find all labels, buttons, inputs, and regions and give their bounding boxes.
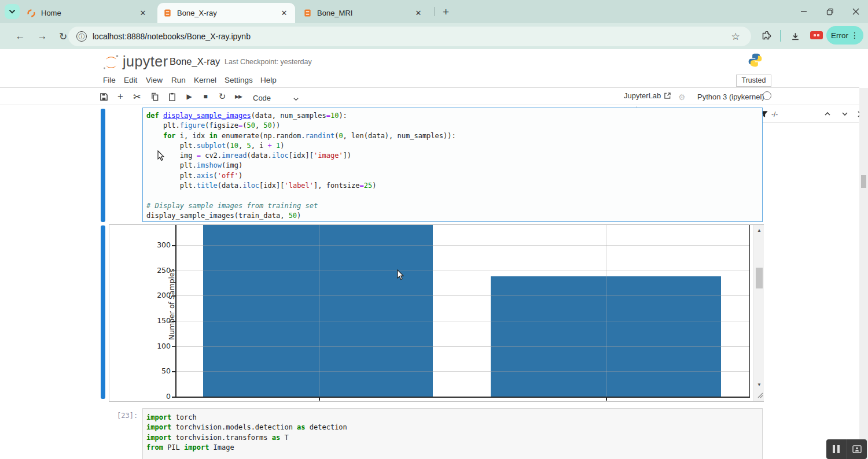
find-next-button[interactable]: [841, 110, 849, 120]
tab-divider: [434, 7, 435, 16]
bookmark-star-icon[interactable]: ☆: [729, 30, 742, 43]
notebook-title[interactable]: Bone_X-ray: [170, 56, 220, 67]
code-line: plt.imshow(img): [146, 161, 762, 171]
jupyterlab-link-label: JupyterLab: [624, 91, 661, 100]
menu-bar: File Edit View Run Kernel Settings Help: [0, 73, 859, 88]
code-cell-editor[interactable]: import torchimport torchvision.models.de…: [142, 408, 763, 459]
downloads-icon[interactable]: [788, 29, 802, 43]
url-text: localhost:8888/notebooks/Bone_X-ray.ipyn…: [93, 32, 251, 41]
tab-close-icon[interactable]: ✕: [138, 8, 148, 18]
forward-button[interactable]: →: [36, 30, 49, 43]
extensions-icon[interactable]: [759, 29, 773, 43]
code-cell-editor[interactable]: def display_sample_images(data, num_samp…: [142, 108, 763, 222]
cell-type-dropdown[interactable]: Code: [253, 91, 271, 104]
gridline: [175, 346, 749, 347]
output-scrollbar-thumb[interactable]: [756, 268, 763, 288]
code-line: plt.figure(figsize=(50, 50)): [146, 121, 762, 131]
notebook-book-icon: [163, 9, 172, 17]
x-tick-mark: [319, 398, 320, 401]
output-cell-indicator[interactable]: [101, 225, 105, 399]
menu-view[interactable]: View: [146, 76, 163, 84]
code-line: import torch: [146, 413, 762, 423]
menu-settings[interactable]: Settings: [225, 76, 253, 84]
address-bar[interactable]: ⓘ localhost:8888/notebooks/Bone_X-ray.ip…: [68, 27, 751, 46]
chevron-down-icon[interactable]: [289, 92, 302, 105]
output-scrollbar[interactable]: ▲ ▼: [753, 225, 764, 401]
tab-close-icon[interactable]: ✕: [413, 8, 424, 18]
kernel-name-label[interactable]: Python 3 (ipykernel): [697, 92, 764, 101]
find-previous-button[interactable]: [823, 110, 832, 120]
tab-label: Bone_X-ray: [177, 9, 279, 17]
paste-cell-button[interactable]: [165, 90, 178, 103]
minimize-icon: [800, 8, 807, 15]
window-maximize-button[interactable]: [821, 5, 838, 18]
jupyter-logo[interactable]: [102, 53, 120, 72]
notebook-book-icon: [303, 9, 312, 17]
code-line: [146, 191, 762, 201]
new-tab-button[interactable]: +: [439, 5, 453, 19]
page-scrollbar-thumb[interactable]: [861, 175, 866, 188]
trusted-button[interactable]: Trusted: [736, 75, 771, 87]
code-line: import torchvision.transforms as T: [146, 433, 762, 443]
tab-bone-mri[interactable]: Bone_MRI ✕: [297, 3, 429, 23]
x-tick-mark: [606, 398, 607, 401]
python-logo-icon: [748, 53, 763, 68]
restart-run-all-button[interactable]: ▶▶: [232, 90, 245, 103]
site-info-icon[interactable]: ⓘ: [76, 31, 87, 42]
external-link-icon: [664, 92, 671, 99]
menu-help[interactable]: Help: [260, 76, 277, 84]
tab-bone-xray[interactable]: Bone_X-ray ✕: [157, 3, 295, 23]
code-line: import torchvision.models.detection as d…: [146, 423, 762, 432]
recorder-extension-icon[interactable]: [810, 31, 823, 39]
pause-recording-button[interactable]: [826, 439, 847, 459]
gridline: [175, 295, 749, 296]
y-tick-label: 100: [151, 342, 171, 350]
menu-kernel[interactable]: Kernel: [194, 76, 216, 84]
menu-run[interactable]: Run: [171, 76, 186, 84]
tab-home[interactable]: Home ✕: [21, 3, 154, 23]
camera-toggle-button[interactable]: [847, 439, 867, 459]
scroll-down-icon[interactable]: ▼: [754, 382, 764, 387]
copy-icon: [150, 92, 159, 101]
mouse-cursor: [157, 150, 165, 161]
add-cell-button[interactable]: +: [114, 90, 127, 103]
scroll-up-icon[interactable]: ▲: [754, 228, 764, 233]
copy-cell-button[interactable]: [148, 90, 161, 103]
bar-chart: Number of Samples 050100150200250300: [109, 225, 753, 401]
save-button[interactable]: [97, 90, 110, 103]
webcam-frame-icon: [852, 445, 862, 453]
paste-icon: [168, 92, 176, 101]
chevron-down-icon: [9, 8, 16, 15]
y-axis-spine: [175, 225, 176, 398]
jupyterlab-link[interactable]: JupyterLab: [624, 91, 671, 100]
resize-handle-icon[interactable]: [756, 391, 763, 398]
error-button[interactable]: Error ⋮: [826, 26, 863, 45]
reload-button[interactable]: ↻: [57, 30, 69, 43]
run-cell-button[interactable]: ▶: [183, 90, 196, 103]
mouse-cursor: [397, 269, 404, 280]
cut-cell-button[interactable]: ✂: [131, 90, 144, 103]
window-close-button[interactable]: [847, 5, 865, 18]
jupyter-logo-text[interactable]: jupyter: [123, 53, 168, 70]
cell-execution-prompt: [23]:: [117, 412, 138, 420]
restart-kernel-button[interactable]: ↻: [216, 90, 229, 103]
active-cell-indicator[interactable]: [101, 109, 105, 222]
code-line: for i, idx in enumerate(np.random.randin…: [146, 131, 762, 141]
menu-edit[interactable]: Edit: [124, 76, 137, 84]
gear-icon[interactable]: ⚙: [678, 92, 686, 102]
x-axis-spine: [175, 397, 749, 398]
tab-close-icon[interactable]: ✕: [279, 8, 289, 18]
more-menu-icon[interactable]: ⋮: [851, 31, 859, 40]
tab-search-button[interactable]: [5, 4, 20, 19]
stop-kernel-button[interactable]: ■: [199, 90, 212, 103]
code-line: plt.title(data.iloc[idx]['label'], fonts…: [146, 181, 762, 191]
code-line: plt.subplot(10, 5, i + 1): [146, 141, 762, 151]
browser-window: Home ✕ Bone_X-ray ✕ Bone_MRI ✕ + ← → ↻ ⓘ…: [0, 0, 868, 459]
page-scrollbar[interactable]: [859, 88, 868, 459]
gridline: [175, 245, 749, 246]
back-button[interactable]: ←: [14, 30, 27, 43]
window-minimize-button[interactable]: [795, 5, 812, 18]
menu-file[interactable]: File: [103, 76, 116, 84]
y-tick-label: 200: [151, 291, 171, 299]
y-tick-label: 50: [151, 367, 171, 375]
